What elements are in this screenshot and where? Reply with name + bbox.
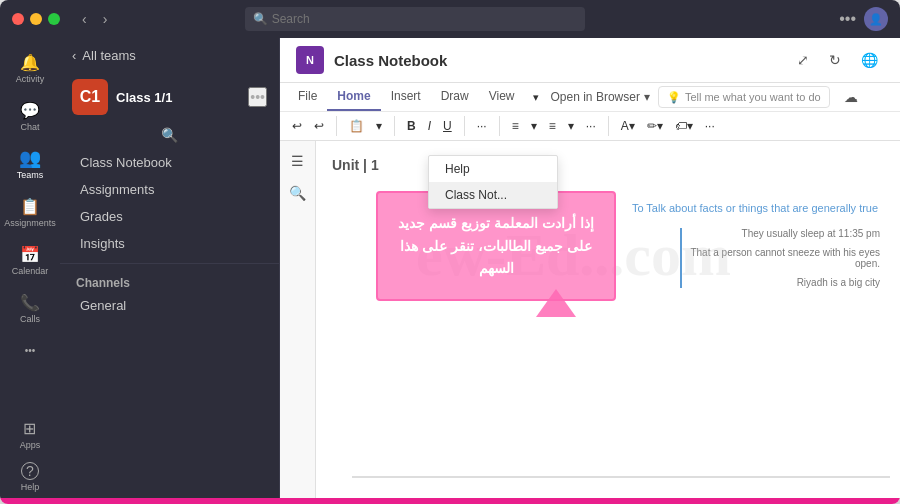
more-options-button[interactable]: ••• bbox=[839, 10, 856, 28]
main-content: N Class Notebook ⤢ ↻ 🌐 File Home Insert … bbox=[280, 38, 900, 498]
cloud-save-button[interactable]: ☁ bbox=[838, 86, 864, 108]
clipboard-chevron[interactable]: ▾ bbox=[372, 117, 386, 135]
calls-label: Calls bbox=[20, 314, 40, 324]
sidebar-search-button[interactable]: 🔍 bbox=[161, 127, 178, 143]
tab-home[interactable]: Home bbox=[327, 83, 380, 111]
sep3 bbox=[464, 116, 465, 136]
team-avatar: C1 bbox=[72, 79, 108, 115]
teams-label: Teams bbox=[17, 170, 44, 180]
sidebar-item-apps[interactable]: ⊞ Apps bbox=[20, 412, 41, 456]
number-list-button[interactable]: ≡ bbox=[545, 117, 560, 135]
assignments-label: Assignments bbox=[4, 218, 56, 228]
content-line-1: They usually sleep at 11:35 pm bbox=[690, 228, 880, 239]
app-window: ‹ › 🔍 ••• 👤 🔔 Activity 💬 Chat 👥 Tea bbox=[0, 0, 900, 504]
search-bar[interactable]: 🔍 bbox=[245, 7, 585, 31]
undo-button[interactable]: ↩ bbox=[288, 117, 306, 135]
bullet-chevron[interactable]: ▾ bbox=[527, 117, 541, 135]
underline-button[interactable]: U bbox=[439, 117, 456, 135]
all-teams-label: All teams bbox=[82, 48, 135, 63]
back-button[interactable]: ‹ bbox=[76, 9, 93, 29]
notebook-body: ☰ 🔍 ew-Ed...com Unit | 1 إذا أرادت المعل… bbox=[280, 141, 900, 498]
sidebar-item-chat[interactable]: 💬 Chat bbox=[0, 94, 60, 138]
sidebar-nav-insights[interactable]: Insights bbox=[64, 230, 275, 257]
tag-button[interactable]: 🏷▾ bbox=[671, 117, 697, 135]
page-nav-button[interactable]: ☰ bbox=[287, 149, 308, 173]
tab-view[interactable]: View bbox=[479, 83, 525, 111]
forward-button[interactable]: › bbox=[97, 9, 114, 29]
open-browser-button[interactable]: Open in Browser ▾ bbox=[551, 90, 650, 104]
chat-label: Chat bbox=[20, 122, 39, 132]
more-format-button[interactable]: ··· bbox=[473, 117, 491, 135]
close-button[interactable] bbox=[12, 13, 24, 25]
maximize-button[interactable] bbox=[48, 13, 60, 25]
assignments-icon: 📋 bbox=[20, 196, 40, 216]
bullet-list-button[interactable]: ≡ bbox=[508, 117, 523, 135]
calls-icon: 📞 bbox=[20, 292, 40, 312]
minimize-button[interactable] bbox=[30, 13, 42, 25]
calendar-label: Calendar bbox=[12, 266, 49, 276]
team-more-button[interactable]: ••• bbox=[248, 87, 267, 107]
expand-button[interactable]: ⤢ bbox=[791, 49, 815, 71]
italic-button[interactable]: I bbox=[424, 117, 435, 135]
sidebar-nav-grades[interactable]: Grades bbox=[64, 203, 275, 230]
refresh-button[interactable]: ↻ bbox=[823, 49, 847, 71]
notebook-nav: ☰ 🔍 bbox=[280, 141, 316, 498]
notebook-actions: ⤢ ↻ 🌐 bbox=[791, 49, 884, 71]
all-teams-link[interactable]: ‹ All teams bbox=[60, 38, 279, 73]
more-icon: ••• bbox=[20, 340, 40, 360]
sidebar-search[interactable]: 🔍 bbox=[60, 121, 279, 149]
tab-draw[interactable]: Draw bbox=[431, 83, 479, 111]
sidebar-item-assignments[interactable]: 📋 Assignments bbox=[0, 190, 60, 234]
help-label: Help bbox=[21, 482, 40, 492]
notebook-title: Class Notebook bbox=[334, 52, 791, 69]
notebook-page: ew-Ed...com Unit | 1 إذا أرادت المعلمة ت… bbox=[316, 141, 900, 498]
pink-box-text: إذا أرادت المعلمة توزيع قسم جديد على جمي… bbox=[378, 204, 614, 287]
sidebar-nav-assignments[interactable]: Assignments bbox=[64, 176, 275, 203]
search-icon: 🔍 bbox=[253, 12, 268, 26]
more-button2[interactable]: ··· bbox=[701, 117, 719, 135]
activity-label: Activity bbox=[16, 74, 45, 84]
number-chevron[interactable]: ▾ bbox=[564, 117, 578, 135]
globe-button[interactable]: 🌐 bbox=[855, 49, 884, 71]
open-browser-label: Open in Browser bbox=[551, 90, 640, 104]
dropdown-help[interactable]: Help bbox=[429, 156, 557, 182]
ink-button[interactable]: ✏▾ bbox=[643, 117, 667, 135]
tab-file[interactable]: File bbox=[288, 83, 327, 111]
sidebar-item-activity[interactable]: 🔔 Activity bbox=[0, 46, 60, 90]
dropdown-class-not[interactable]: Class Not... bbox=[429, 182, 557, 208]
notebook-icon: N bbox=[296, 46, 324, 74]
channels-nav: General bbox=[60, 292, 279, 319]
avatar[interactable]: 👤 bbox=[864, 7, 888, 31]
lightbulb-icon: 💡 bbox=[667, 91, 681, 104]
app-body: 🔔 Activity 💬 Chat 👥 Teams 📋 Assignments … bbox=[0, 38, 900, 498]
bold-button[interactable]: B bbox=[403, 117, 420, 135]
tab-insert[interactable]: Insert bbox=[381, 83, 431, 111]
sep2 bbox=[394, 116, 395, 136]
sidebar-item-help[interactable]: ? Help bbox=[20, 456, 41, 498]
open-browser-chevron: ▾ bbox=[644, 90, 650, 104]
search-input[interactable] bbox=[272, 12, 577, 26]
sep1 bbox=[336, 116, 337, 136]
sidebar-item-calls[interactable]: 📞 Calls bbox=[0, 286, 60, 330]
search-pages-button[interactable]: 🔍 bbox=[285, 181, 310, 205]
sidebar-item-teams[interactable]: 👥 Teams bbox=[0, 142, 60, 186]
sep5 bbox=[608, 116, 609, 136]
sidebar-nav-general[interactable]: General bbox=[64, 292, 275, 319]
content-line-3: Riyadh is a big city bbox=[690, 277, 880, 288]
more-tabs-button[interactable]: ▾ bbox=[529, 89, 543, 106]
list-more-button[interactable]: ··· bbox=[582, 117, 600, 135]
sidebar-bottom: ⊞ Apps ? Help bbox=[20, 412, 41, 498]
highlight-button[interactable]: A▾ bbox=[617, 117, 639, 135]
sidebar-item-calendar[interactable]: 📅 Calendar bbox=[0, 238, 60, 282]
sidebar-nav-class-notebook[interactable]: Class Notebook bbox=[64, 149, 275, 176]
ribbon-tools: ↩ ↩ 📋 ▾ B I U ··· ≡ ▾ ≡ ▾ ··· bbox=[280, 112, 900, 140]
tell-me-input[interactable]: 💡 Tell me what you want to do bbox=[658, 86, 830, 108]
clipboard-button[interactable]: 📋 bbox=[345, 117, 368, 135]
redo-button[interactable]: ↩ bbox=[310, 117, 328, 135]
content-lines: They usually sleep at 11:35 pm That a pe… bbox=[680, 228, 880, 288]
teams-sidebar: ‹ All teams C1 Class 1/1 ••• 🔍 Class Not… bbox=[60, 38, 280, 498]
help-icon: ? bbox=[21, 462, 39, 480]
calendar-icon: 📅 bbox=[20, 244, 40, 264]
traffic-lights bbox=[12, 13, 60, 25]
sidebar-item-more[interactable]: ••• bbox=[0, 334, 60, 368]
